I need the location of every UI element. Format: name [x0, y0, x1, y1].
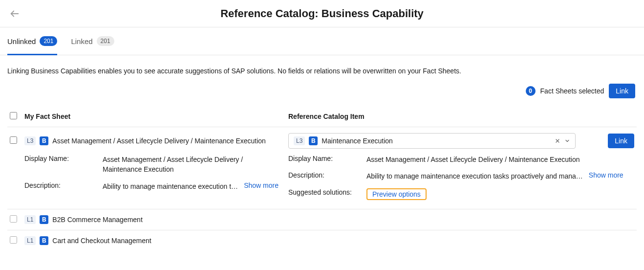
tab-unlinked-label: Unlinked: [7, 37, 36, 45]
column-header-factsheet: My Fact Sheet: [24, 112, 288, 120]
select-value: Maintenance Execution: [322, 137, 551, 145]
info-text: Linking Business Capabilities enables yo…: [0, 55, 644, 84]
display-name-label: Display Name:: [288, 155, 366, 162]
display-name-label: Display Name:: [24, 155, 103, 162]
table: My Fact Sheet Reference Catalog Item L3 …: [0, 107, 644, 251]
page-header: Reference Catalog: Business Capability: [0, 0, 644, 27]
tabs: Unlinked 201 Linked 201: [0, 36, 644, 55]
factsheet-name: Asset Management / Asset Lifecycle Deliv…: [52, 137, 266, 145]
selected-label: Fact Sheets selected: [540, 87, 604, 95]
row-details: Display Name: Asset Management / Asset L…: [7, 155, 637, 209]
page-title: Reference Catalog: Business Capability: [220, 7, 424, 20]
show-more-link[interactable]: Show more: [589, 171, 623, 179]
display-name-value: Asset Management / Asset Lifecycle Deliv…: [103, 155, 279, 175]
description-value: Ability to manage maintenance execution …: [103, 181, 238, 191]
tab-unlinked-count: 201: [40, 36, 57, 46]
tab-linked-count: 201: [97, 36, 114, 46]
preview-options-highlight: Preview options: [366, 188, 427, 200]
table-row: L3 B Asset Management / Asset Lifecycle …: [7, 127, 637, 209]
table-row: L1 B B2B Commerce Management: [7, 209, 637, 230]
description-label: Description:: [24, 181, 103, 189]
preview-options-link[interactable]: Preview options: [367, 188, 426, 200]
factsheet-name: Cart and Checkout Management: [52, 237, 151, 245]
tab-unlinked[interactable]: Unlinked 201: [7, 36, 57, 55]
type-chip: B: [40, 136, 48, 145]
table-row: L1 B Cart and Checkout Management: [7, 230, 637, 251]
back-arrow-icon[interactable]: [9, 8, 21, 20]
row-checkbox[interactable]: [10, 136, 17, 144]
selected-count-badge: 0: [526, 86, 536, 96]
level-chip: L3: [24, 136, 36, 145]
tab-linked-label: Linked: [71, 37, 92, 45]
row-title-line: L3 B Asset Management / Asset Lifecycle …: [7, 127, 637, 155]
suggested-solutions-label: Suggested solutions:: [288, 188, 366, 196]
type-chip: B: [40, 215, 48, 224]
display-name-value: Asset Management / Asset Lifecycle Deliv…: [366, 155, 623, 164]
level-chip: L1: [24, 236, 36, 245]
select-type-chip: B: [309, 136, 318, 145]
factsheet-name: B2B Commerce Management: [52, 216, 142, 224]
row-link-button[interactable]: Link: [608, 134, 634, 148]
description-value: Ability to manage maintenance execution …: [366, 171, 583, 181]
description-label: Description:: [288, 171, 366, 179]
row-checkbox[interactable]: [10, 236, 17, 244]
clear-icon[interactable]: [555, 138, 560, 144]
column-header-catalog: Reference Catalog Item: [288, 112, 605, 120]
select-level-chip: L3: [294, 136, 305, 145]
level-chip: L1: [24, 215, 36, 224]
tab-linked[interactable]: Linked 201: [71, 36, 114, 55]
row-checkbox[interactable]: [10, 215, 17, 223]
catalog-select[interactable]: L3 B Maintenance Execution: [288, 133, 576, 149]
selection-toolbar: 0 Fact Sheets selected Link: [0, 84, 644, 107]
chevron-down-icon[interactable]: [564, 138, 570, 144]
type-chip: B: [40, 236, 48, 245]
link-button-toolbar[interactable]: Link: [609, 84, 635, 98]
select-all-checkbox[interactable]: [10, 112, 17, 119]
table-header-row: My Fact Sheet Reference Catalog Item: [7, 107, 637, 127]
show-more-link[interactable]: Show more: [244, 181, 279, 189]
